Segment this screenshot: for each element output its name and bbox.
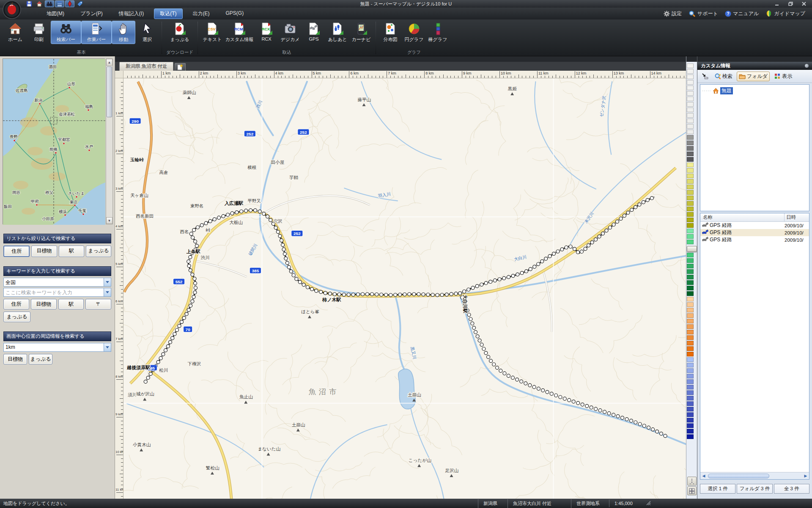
menu-地図(M)[interactable]: 地図(M) [41,8,70,19]
ribbon-カスタム情報-button[interactable]: RCMカスタム情報 [224,21,255,44]
scale-swatch[interactable] [687,264,694,268]
scale-swatch[interactable] [687,229,694,233]
scale-swatch[interactable] [687,179,694,184]
scale-swatch[interactable] [687,168,694,173]
scale-swatch[interactable] [687,352,694,356]
search-button-住所[interactable]: 住所 [3,299,29,309]
scale-swatch[interactable] [687,64,694,68]
scale-swatch[interactable] [687,357,694,362]
scale-swatch[interactable] [687,374,694,378]
search-button-目標物[interactable]: 目標物 [3,354,27,364]
scale-swatch[interactable] [687,308,694,312]
search-button-目標物[interactable]: 目標物 [31,299,57,309]
column-name[interactable]: 名称 [700,213,785,221]
column-date[interactable]: 日時 [785,213,809,221]
scale-swatch[interactable] [687,390,694,395]
scale-swatch[interactable] [687,75,694,79]
search-button-駅[interactable]: 駅 [58,299,84,309]
scale-swatch[interactable] [687,286,694,290]
scale-swatch[interactable] [687,69,694,74]
scroll-right-icon[interactable]: ▶ [802,473,809,479]
ribbon-ホーム-button[interactable]: ホーム [3,21,27,44]
scale-swatch[interactable] [687,363,694,367]
scale-swatch[interactable] [687,418,694,422]
ribbon-作業バー-button[interactable]: 作業バー [81,21,112,44]
qat-qhome-button[interactable] [35,0,44,7]
scale-swatch[interactable] [687,185,694,189]
grid-tiles-icon[interactable] [687,486,697,495]
ribbon-選択-button[interactable]: 選択 [135,21,159,44]
resize-grip-icon[interactable] [645,500,651,506]
menu-GPS(G)[interactable]: GPS(G) [220,8,250,19]
scale-swatch[interactable] [687,97,694,101]
tool-import[interactable] [700,72,710,80]
menubar-マニュアル[interactable]: ?マニュアル [722,9,761,18]
scroll-left-icon[interactable]: ◀ [700,473,707,479]
scale-swatch[interactable] [687,124,694,129]
scale-swatch[interactable] [687,240,694,244]
scale-slider-handle[interactable] [687,246,697,252]
tool-検索[interactable]: 検索 [713,72,734,81]
scale-swatch[interactable] [687,102,694,107]
qat-qtag-button[interactable] [75,0,85,7]
scale-swatch[interactable] [687,324,694,329]
scale-swatch[interactable] [687,212,694,217]
menu-情報記入(I)[interactable]: 情報記入(I) [113,8,150,19]
ribbon-移動-button[interactable]: 移動 [112,21,135,44]
scale-swatch[interactable] [687,407,694,411]
scale-swatch[interactable] [687,346,694,351]
keyword-search-input[interactable]: ここに検索キーワードを入力 [3,288,111,297]
tool-フォルダ[interactable]: フォルダ [737,72,770,81]
app-logo-apple-icon[interactable] [3,0,21,19]
scale-swatch[interactable] [687,302,694,307]
qat-qlayers-button[interactable] [55,0,64,7]
scale-swatch[interactable] [687,280,694,285]
ribbon-カーナビ-button[interactable]: カーナビ [349,21,373,44]
scale-swatch[interactable] [687,429,694,433]
scale-swatch[interactable] [687,223,694,228]
list-header[interactable]: 名称 日時 [700,213,809,222]
list-row-gps-route[interactable]: GPS 経路2009/10/ [700,229,809,236]
scale-swatch[interactable] [687,108,694,112]
ribbon-デジカメ-button[interactable]: デジカメ [278,21,302,44]
scale-swatch[interactable] [687,330,694,334]
scale-swatch[interactable] [687,157,694,162]
scroll-up-icon[interactable]: ▲ [106,59,112,66]
menubar-設定[interactable]: 設定 [661,9,684,18]
scale-swatch[interactable] [687,163,694,167]
list-row-gps-route[interactable]: GPS 経路2009/10/ [700,222,809,229]
scale-swatch[interactable] [687,412,694,417]
map-canvas[interactable]: 29025225225238555270345西川破間川大白川末沢川黒又川ゼンダ… [123,78,686,499]
minimap-scrollbar[interactable]: ▲ ▼ [106,58,113,224]
scale-swatch[interactable] [687,313,694,318]
folder-tree[interactable]: ·····無題 [700,84,809,211]
scale-swatch[interactable] [687,423,694,428]
ribbon-棒グラフ-button[interactable]: 棒グラフ [426,21,450,44]
scale-swatch[interactable] [687,196,694,200]
qat-qbinoc-button[interactable] [45,0,54,7]
qat-qcompass-button[interactable] [65,0,74,7]
list-hscrollbar[interactable]: ◀ ▶ [700,472,809,479]
scale-swatch[interactable] [687,218,694,222]
search-button-まっぷる[interactable]: まっぷる [29,354,52,364]
scale-swatch[interactable] [687,190,694,195]
scrollbar-thumb[interactable] [107,66,112,117]
menu-取込(T)[interactable]: 取込(T) [154,8,182,19]
ribbon-あしあと-button[interactable]: あしあと [326,21,349,44]
minimize-icon[interactable] [773,1,781,7]
ribbon-検索バー-button[interactable]: 検索バー [51,21,81,44]
search-button-〒[interactable]: 〒 [85,299,111,309]
scale-swatch[interactable] [687,234,694,239]
ribbon-分布図-button[interactable]: 分布図 [379,21,402,44]
scale-swatch[interactable] [687,291,694,296]
scale-swatch[interactable] [687,401,694,406]
scale-swatch[interactable] [687,174,694,178]
tool-表示[interactable]: 表示 [772,72,794,81]
scale-swatch[interactable] [687,152,694,156]
list-row-gps-route[interactable]: GPS 経路2009/10/ [700,236,809,243]
search-button-駅[interactable]: 駅 [59,246,84,257]
combo-全国[interactable]: 全国 [3,278,111,287]
panel-pin-icon[interactable] [805,64,809,68]
scale-swatch[interactable] [687,80,694,85]
ribbon-印刷-button[interactable]: 印刷 [27,21,51,44]
